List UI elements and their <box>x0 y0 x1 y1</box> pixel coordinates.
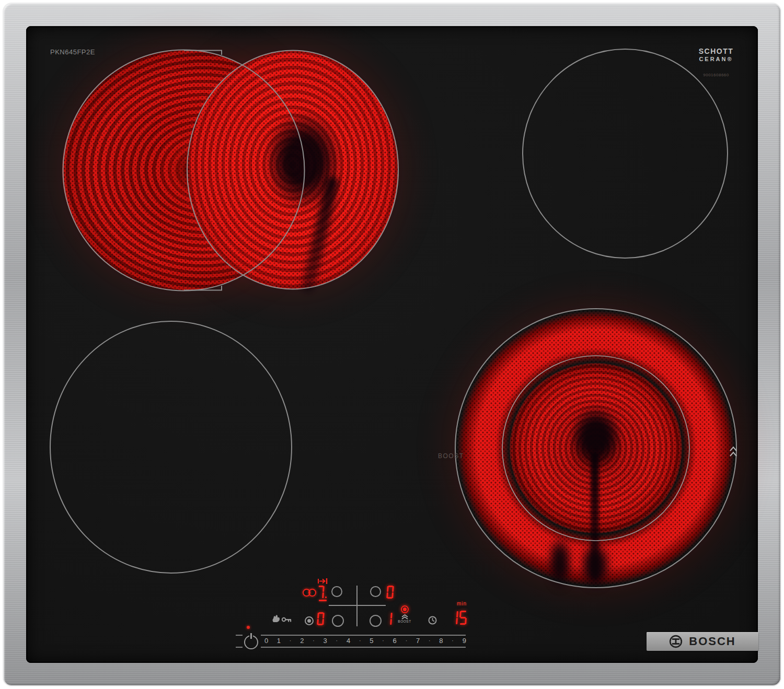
slider-level-5[interactable]: 5 <box>370 637 373 645</box>
glass-print-number: 9001608660 <box>695 73 737 77</box>
slider-dot-separator: · <box>359 637 361 644</box>
rear-left-dash-indicator <box>319 600 327 601</box>
slider-dot-separator: · <box>429 637 431 644</box>
slider-dot-separator: · <box>452 637 454 644</box>
power-key-frame-line <box>236 647 243 648</box>
bosch-armature-icon <box>669 635 683 648</box>
clock-icon[interactable] <box>428 616 437 625</box>
zone-select-rear-right[interactable] <box>370 586 381 597</box>
schott-ceran-logo: SCHOTT CERAN® <box>694 47 738 62</box>
power-indicator-led <box>247 626 250 629</box>
slider-track-top-line <box>261 635 466 636</box>
double-ring-red-icon <box>308 589 316 597</box>
display-timer-value <box>451 611 468 625</box>
target-icon-center <box>403 608 407 611</box>
slider-dot-separator: · <box>405 637 407 644</box>
display-rear-right-level <box>387 586 395 599</box>
slider-track-bottom-line <box>261 647 466 648</box>
double-chevron-up-icon <box>729 445 738 459</box>
slider-level-9[interactable]: 9 <box>463 637 466 645</box>
display-front-right-level <box>385 612 394 625</box>
schott-logo-line1: SCHOTT <box>694 47 738 55</box>
power-key-frame-line <box>236 635 243 636</box>
zone-select-rear-left[interactable] <box>331 586 342 597</box>
zone-select-front-right[interactable] <box>370 615 382 627</box>
hand-icon <box>273 615 280 622</box>
zone-select-front-left[interactable] <box>332 615 344 627</box>
seven-segment-digit <box>459 611 467 625</box>
slider-level-4[interactable]: 4 <box>347 637 350 645</box>
halftone-texture <box>187 50 399 289</box>
burner-rear-left-glow-inner <box>187 50 399 289</box>
power-icon <box>249 633 253 639</box>
key-icon <box>282 618 285 621</box>
seven-segment-digit <box>317 586 325 599</box>
hand-and-key-icon[interactable] <box>270 614 293 624</box>
double-chevron-up-icon[interactable] <box>401 614 409 620</box>
bosch-logo-badge: BOSCH <box>647 632 758 651</box>
display-rear-left-level <box>317 586 328 599</box>
slider-level-7[interactable]: 7 <box>416 637 420 645</box>
slider-level-0[interactable]: 0 <box>264 637 268 645</box>
model-number: PKN645FP2E <box>50 48 95 56</box>
boost-surface-label: BOOST <box>438 452 464 460</box>
seven-segment-digit <box>317 612 325 625</box>
cooktop-product-photo: PKN645FP2E SCHOTT CERAN® 9001608660 BOOS… <box>0 0 784 689</box>
seven-segment-digit <box>386 586 394 599</box>
slider-level-1[interactable]: 1 <box>277 637 281 645</box>
slider-dot-separator: · <box>336 637 338 644</box>
boost-key-label[interactable]: BOOST <box>396 620 413 623</box>
slider-level-6[interactable]: 6 <box>393 637 397 645</box>
slider-dot-separator: · <box>313 637 315 644</box>
seven-segment-digit <box>450 611 458 625</box>
display-front-left-level <box>317 612 326 625</box>
seven-segment-digit <box>385 612 393 625</box>
slider-levels[interactable]: 01·2·3·4·5·6·7·8·9 <box>264 636 466 645</box>
schott-logo-line2: CERAN® <box>694 56 738 62</box>
slider-dot-separator: · <box>382 637 384 644</box>
slider-level-2[interactable]: 2 <box>300 637 304 645</box>
slider-dot-separator: · <box>290 637 292 644</box>
zone-selector-cross-vertical <box>356 586 358 626</box>
bosch-logo-text: BOSCH <box>689 635 735 648</box>
slider-level-3[interactable]: 3 <box>324 637 327 645</box>
zone-selector-cross-horizontal <box>329 605 386 606</box>
arrow-to-bar-icon <box>317 577 329 585</box>
decimal-dot <box>325 597 327 598</box>
slider-level-8[interactable]: 8 <box>439 637 443 645</box>
double-ring-icon-center <box>307 619 311 623</box>
sensor-stem-shadow <box>591 452 599 580</box>
timer-unit-label: min <box>457 601 467 606</box>
